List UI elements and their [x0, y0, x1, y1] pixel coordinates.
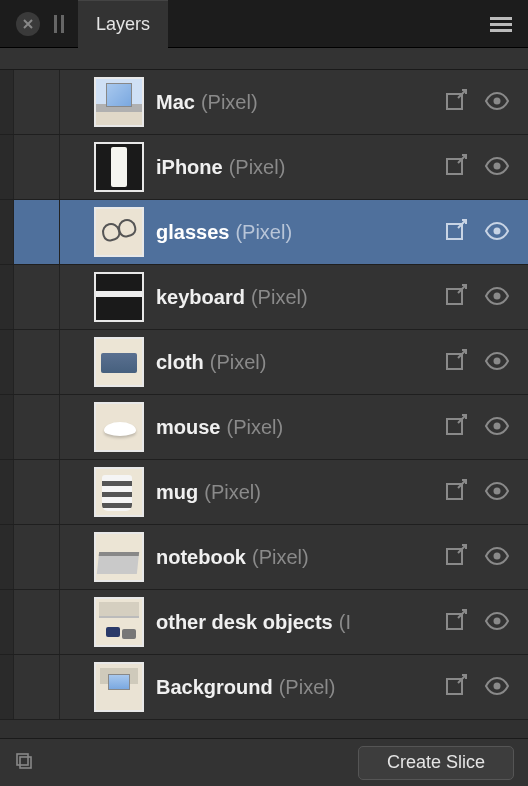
row-expand-gutter[interactable]: [14, 70, 60, 134]
layer-thumbnail[interactable]: [94, 272, 144, 322]
svg-point-11: [494, 422, 501, 429]
layer-thumbnail[interactable]: [94, 532, 144, 582]
layer-thumbnail[interactable]: [94, 402, 144, 452]
layer-type: (Pixel): [201, 91, 258, 114]
svg-point-17: [494, 617, 501, 624]
layer-label[interactable]: iPhone (Pixel): [156, 156, 444, 179]
panel-menu-button[interactable]: [490, 14, 512, 35]
export-slice-icon[interactable]: [444, 413, 470, 442]
visibility-toggle-icon[interactable]: [484, 92, 510, 113]
row-expand-gutter[interactable]: [14, 395, 60, 459]
svg-rect-20: [17, 754, 28, 765]
layer-actions: [444, 673, 528, 702]
layer-label[interactable]: glasses (Pixel): [156, 221, 444, 244]
layer-type: (Pixel): [252, 546, 309, 569]
tab-layers[interactable]: Layers: [78, 0, 168, 48]
row-expand-gutter[interactable]: [14, 590, 60, 654]
layer-row[interactable]: cloth (Pixel): [0, 330, 528, 395]
layer-thumbnail[interactable]: [94, 142, 144, 192]
layer-label[interactable]: mouse (Pixel): [156, 416, 444, 439]
visibility-toggle-icon[interactable]: [484, 417, 510, 438]
svg-point-5: [494, 227, 501, 234]
layer-thumbnail[interactable]: [94, 337, 144, 387]
export-slice-icon[interactable]: [444, 543, 470, 572]
layer-name: mug: [156, 481, 198, 504]
layer-type: (Pixel): [251, 286, 308, 309]
visibility-toggle-icon[interactable]: [484, 222, 510, 243]
layer-label[interactable]: other desk objects (I: [156, 611, 444, 634]
svg-point-19: [494, 682, 501, 689]
visibility-toggle-icon[interactable]: [484, 157, 510, 178]
layer-name: other desk objects: [156, 611, 333, 634]
export-slice-icon[interactable]: [444, 673, 470, 702]
row-expand-gutter[interactable]: [14, 200, 60, 264]
create-slice-button[interactable]: Create Slice: [358, 746, 514, 780]
row-gutter: [0, 590, 14, 654]
layer-row[interactable]: glasses (Pixel): [0, 200, 528, 265]
layer-row[interactable]: other desk objects (I: [0, 590, 528, 655]
layer-label[interactable]: Mac (Pixel): [156, 91, 444, 114]
layers-stack-button[interactable]: [14, 751, 34, 774]
visibility-toggle-icon[interactable]: [484, 612, 510, 633]
visibility-toggle-icon[interactable]: [484, 677, 510, 698]
layer-name: mouse: [156, 416, 220, 439]
dock-panel-button[interactable]: [54, 15, 64, 33]
layer-label[interactable]: notebook (Pixel): [156, 546, 444, 569]
panel-header: Layers: [0, 0, 528, 48]
layer-row[interactable]: mouse (Pixel): [0, 395, 528, 460]
visibility-toggle-icon[interactable]: [484, 352, 510, 373]
menu-icon: [490, 17, 512, 20]
layer-row[interactable]: mug (Pixel): [0, 460, 528, 525]
layer-actions: [444, 153, 528, 182]
row-gutter: [0, 135, 14, 199]
export-slice-icon[interactable]: [444, 478, 470, 507]
layer-row[interactable]: Mac (Pixel): [0, 70, 528, 135]
layer-type: (Pixel): [204, 481, 261, 504]
layer-row[interactable]: notebook (Pixel): [0, 525, 528, 590]
layer-thumbnail[interactable]: [94, 467, 144, 517]
row-indent: [60, 395, 94, 459]
layer-type: (Pixel): [210, 351, 267, 374]
layer-label[interactable]: keyboard (Pixel): [156, 286, 444, 309]
layer-thumbnail[interactable]: [94, 662, 144, 712]
create-slice-label: Create Slice: [387, 752, 485, 773]
export-slice-icon[interactable]: [444, 88, 470, 117]
export-slice-icon[interactable]: [444, 283, 470, 312]
layer-thumbnail[interactable]: [94, 207, 144, 257]
row-indent: [60, 135, 94, 199]
row-expand-gutter[interactable]: [14, 135, 60, 199]
pause-bar-icon: [54, 15, 57, 33]
layer-name: cloth: [156, 351, 204, 374]
row-expand-gutter[interactable]: [14, 655, 60, 719]
visibility-toggle-icon[interactable]: [484, 482, 510, 503]
close-panel-button[interactable]: [16, 12, 40, 36]
visibility-toggle-icon[interactable]: [484, 287, 510, 308]
export-slice-icon[interactable]: [444, 348, 470, 377]
layer-name: Mac: [156, 91, 195, 114]
layer-label[interactable]: mug (Pixel): [156, 481, 444, 504]
tab-label: Layers: [96, 14, 150, 35]
layer-label[interactable]: Background (Pixel): [156, 676, 444, 699]
row-expand-gutter[interactable]: [14, 525, 60, 589]
layer-actions: [444, 543, 528, 572]
row-gutter: [0, 525, 14, 589]
layer-row[interactable]: Background (Pixel): [0, 655, 528, 720]
row-expand-gutter[interactable]: [14, 460, 60, 524]
export-slice-icon[interactable]: [444, 608, 470, 637]
layer-row[interactable]: iPhone (Pixel): [0, 135, 528, 200]
close-icon: [22, 18, 34, 30]
svg-rect-21: [20, 757, 31, 768]
layer-actions: [444, 478, 528, 507]
layer-thumbnail[interactable]: [94, 77, 144, 127]
export-slice-icon[interactable]: [444, 218, 470, 247]
layer-name: iPhone: [156, 156, 223, 179]
export-slice-icon[interactable]: [444, 153, 470, 182]
layer-row[interactable]: keyboard (Pixel): [0, 265, 528, 330]
layer-name: Background: [156, 676, 273, 699]
row-expand-gutter[interactable]: [14, 265, 60, 329]
visibility-toggle-icon[interactable]: [484, 547, 510, 568]
layer-thumbnail[interactable]: [94, 597, 144, 647]
svg-point-13: [494, 487, 501, 494]
row-expand-gutter[interactable]: [14, 330, 60, 394]
layer-label[interactable]: cloth (Pixel): [156, 351, 444, 374]
